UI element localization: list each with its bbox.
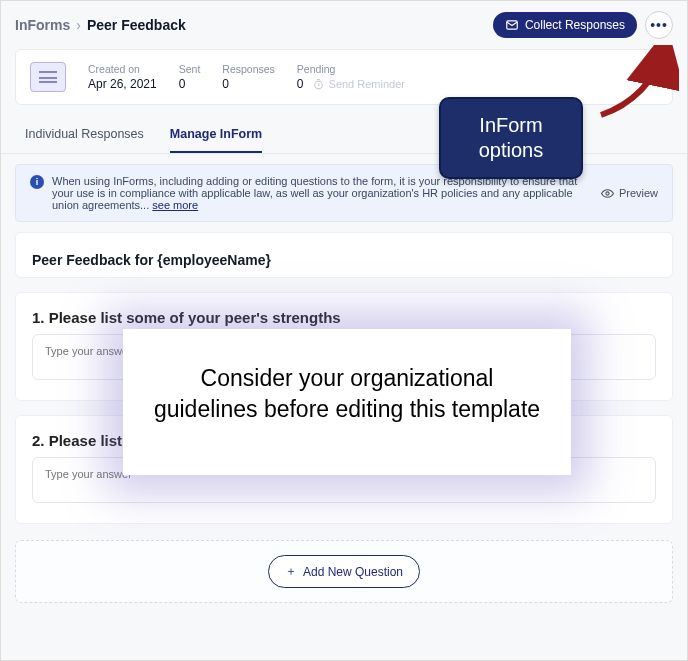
meta-sent: Sent 0 <box>179 63 201 91</box>
send-reminder-label: Send Reminder <box>329 78 405 90</box>
ellipsis-icon: ••• <box>650 17 668 33</box>
breadcrumb-app[interactable]: InForms <box>15 17 70 33</box>
question-1-title: 1. Please list some of your peer's stren… <box>32 309 656 326</box>
topbar: InForms › Peer Feedback Collect Response… <box>1 1 687 49</box>
breadcrumb: InForms › Peer Feedback <box>15 17 186 33</box>
more-options-button[interactable]: ••• <box>645 11 673 39</box>
plus-icon: ＋ <box>285 563 297 580</box>
meta-responses-value: 0 <box>222 77 275 91</box>
send-reminder-button[interactable]: Send Reminder <box>312 78 405 91</box>
preview-label: Preview <box>619 187 658 199</box>
meta-created-label: Created on <box>88 63 157 75</box>
add-question-row: ＋ Add New Question <box>15 540 673 603</box>
add-question-label: Add New Question <box>303 565 403 579</box>
tabs: Individual Responses Manage InForm <box>1 115 687 154</box>
eye-icon <box>601 187 614 200</box>
chevron-right-icon: › <box>76 17 81 33</box>
compliance-banner-body: When using InForms, including adding or … <box>52 175 591 211</box>
guidelines-overlay-text: Consider your organizational guidelines … <box>154 365 540 422</box>
collect-responses-label: Collect Responses <box>525 18 625 32</box>
clock-icon <box>312 78 325 91</box>
tab-manage-inform[interactable]: Manage InForm <box>170 115 262 153</box>
preview-button[interactable]: Preview <box>601 187 658 200</box>
form-title: Peer Feedback for {employeeName} <box>32 252 271 268</box>
meta-responses: Responses 0 <box>222 63 275 91</box>
meta-created-value: Apr 26, 2021 <box>88 77 157 91</box>
envelope-icon <box>505 18 519 32</box>
meta-pending-label: Pending <box>297 63 405 75</box>
meta-created: Created on Apr 26, 2021 <box>88 63 157 91</box>
app-frame: InForms › Peer Feedback Collect Response… <box>0 0 688 661</box>
collect-responses-button[interactable]: Collect Responses <box>493 12 637 38</box>
meta-responses-label: Responses <box>222 63 275 75</box>
info-icon: i <box>30 175 44 189</box>
tab-individual-responses[interactable]: Individual Responses <box>25 115 144 153</box>
guidelines-overlay: Consider your organizational guidelines … <box>123 329 571 475</box>
meta-pending-value: 0 <box>297 77 304 91</box>
svg-point-2 <box>606 191 609 194</box>
form-header-card: Peer Feedback for {employeeName} <box>15 232 673 278</box>
compliance-banner-text: When using InForms, including adding or … <box>52 175 577 211</box>
meta-sent-label: Sent <box>179 63 201 75</box>
form-icon <box>30 62 66 92</box>
meta-sent-value: 0 <box>179 77 201 91</box>
add-question-button[interactable]: ＋ Add New Question <box>268 555 420 588</box>
meta-pending: Pending 0 Send Reminder <box>297 63 405 91</box>
see-more-link[interactable]: see more <box>152 199 198 211</box>
breadcrumb-page: Peer Feedback <box>87 17 186 33</box>
topbar-actions: Collect Responses ••• <box>493 11 673 39</box>
callout-inform-options: InForm options <box>439 97 583 179</box>
callout-title: InForm options <box>479 114 544 161</box>
compliance-banner: i When using InForms, including adding o… <box>30 175 591 211</box>
